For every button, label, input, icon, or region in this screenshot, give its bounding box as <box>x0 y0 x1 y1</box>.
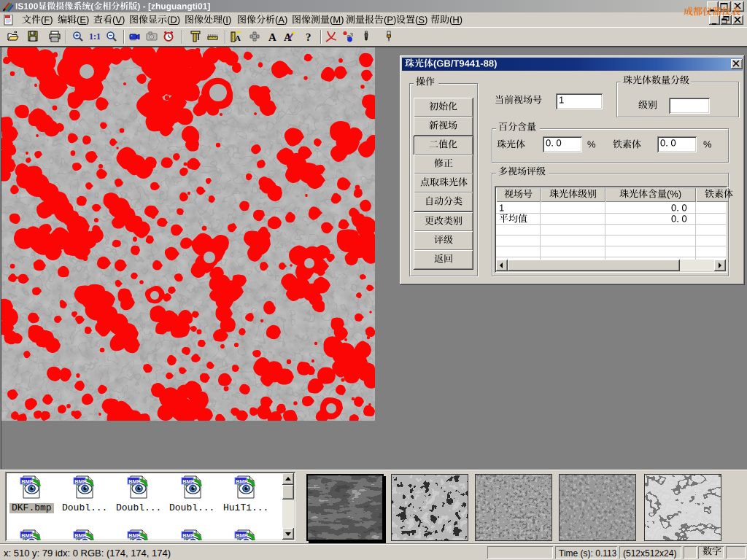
svg-text:?: ? <box>306 31 311 43</box>
svg-text:A: A <box>235 34 241 42</box>
svg-text:1:1: 1:1 <box>89 31 100 42</box>
svg-text:A: A <box>268 31 276 43</box>
svg-text:3: 3 <box>350 31 354 38</box>
